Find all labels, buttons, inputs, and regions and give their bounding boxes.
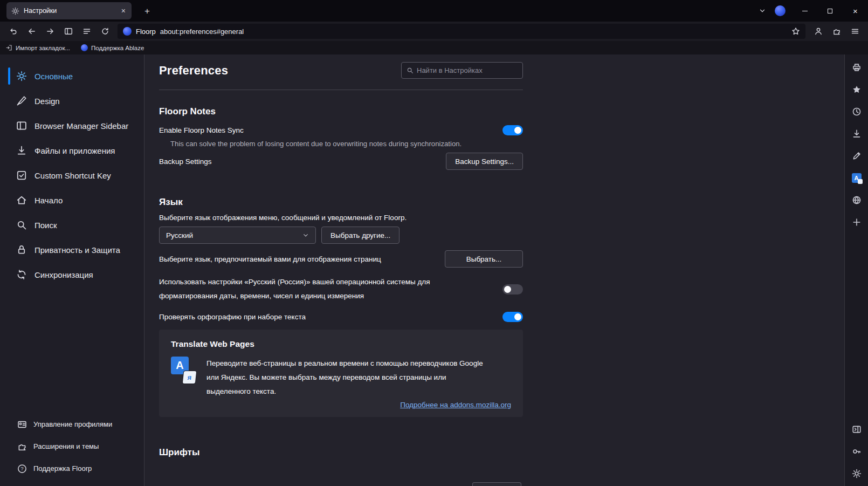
sidebar-item-search[interactable]: Поиск — [0, 213, 144, 237]
puzzle-icon — [832, 27, 841, 36]
sidebar-item-floorp-support[interactable]: ? Поддержка Floorp — [0, 457, 144, 480]
back-button[interactable] — [23, 24, 40, 39]
sidebar-settings-button[interactable] — [847, 464, 866, 483]
bookmark-label: Импорт закладок... — [16, 45, 70, 51]
add-panel-button[interactable] — [847, 213, 866, 232]
gear-icon — [852, 469, 862, 478]
panel-translate-button[interactable]: A — [847, 168, 866, 188]
sidebar-icon — [64, 27, 73, 36]
sidebar-item-design[interactable]: Design — [0, 88, 144, 113]
bookmark-import[interactable]: Импорт закладок... — [5, 44, 70, 51]
notes-sync-toggle[interactable] — [502, 125, 523, 135]
floorp-account-icon[interactable] — [775, 5, 786, 16]
sidebar-item-sync[interactable]: Синхронизация — [0, 262, 144, 287]
sidebar-item-privacy-security[interactable]: Приватность и Защита — [0, 237, 144, 262]
minimize-icon — [802, 11, 808, 11]
reload-button[interactable] — [96, 24, 114, 39]
panel-print-button[interactable] — [847, 58, 866, 77]
globe-icon — [852, 195, 862, 205]
settings-search[interactable] — [401, 62, 523, 79]
language-select[interactable]: Русский — [159, 227, 316, 244]
plus-icon — [852, 217, 862, 227]
search-icon — [407, 67, 414, 74]
url-bar[interactable]: Floorp about:preferences#general — [118, 24, 805, 39]
hide-sidebar-button[interactable] — [847, 420, 866, 439]
translate-web-pages-card: Translate Web Pages A я Переводите веб-с… — [159, 330, 523, 417]
sidebar-footer: Управление профилями Расширения и темы ?… — [0, 413, 144, 480]
bookmarks-bar: Импорт закладок... Поддержка Ablaze — [0, 41, 868, 54]
sidebar-item-label: Начало — [35, 196, 63, 205]
keyboard-shortcut-button[interactable] — [847, 442, 866, 461]
workspaces-button[interactable] — [78, 24, 95, 39]
nav-toolbar: Floorp about:preferences#general — [0, 22, 868, 41]
set-alternatives-button[interactable]: Выбрать другие... — [321, 227, 399, 244]
account-button[interactable] — [809, 24, 827, 39]
undo-icon — [9, 27, 18, 36]
bookmark-star-icon[interactable] — [791, 27, 800, 36]
settings-search-input[interactable] — [417, 66, 518, 74]
translate-addon-link[interactable]: Подробнее на addons.mozilla.org — [400, 401, 511, 409]
url-text[interactable]: about:preferences#general — [160, 28, 244, 36]
sidebar-item-home[interactable]: Начало — [0, 188, 144, 213]
language-select-value: Русский — [166, 231, 193, 239]
sidebar-toggle-button[interactable] — [59, 24, 77, 39]
sidebar-item-custom-shortcut-key[interactable]: Custom Shortcut Key — [0, 163, 144, 188]
gear-icon — [16, 71, 27, 81]
undo-close-tab-button[interactable] — [4, 24, 22, 39]
panel-webpanel-button[interactable] — [847, 190, 866, 210]
bookmark-ablaze-support[interactable]: Поддержка Ablaze — [81, 44, 144, 51]
os-locale-toggle[interactable] — [502, 284, 523, 295]
new-tab-button[interactable]: + — [140, 4, 154, 18]
floorp-logo-icon — [81, 44, 88, 51]
sidebar-item-general[interactable]: Основные — [0, 64, 144, 88]
app-menu-button[interactable] — [846, 24, 864, 39]
tab-title: Настройки — [24, 7, 116, 15]
sidebar-item-label: Файлы и приложения — [35, 146, 115, 155]
sidebar-item-files-applications[interactable]: Файлы и приложения — [0, 138, 144, 163]
backup-settings-label: Backup Settings — [159, 158, 212, 166]
sidebar-item-extensions-themes[interactable]: Расширения и темы — [0, 435, 144, 457]
hide-sidebar-icon — [852, 425, 862, 434]
extensions-button[interactable] — [828, 24, 845, 39]
maximize-button[interactable] — [817, 0, 843, 22]
notes-sync-description: This can solve the problem of losing con… — [170, 140, 523, 148]
sidebar-item-label: Управление профилями — [33, 420, 112, 428]
sidebar-item-label: Browser Manager Sidebar — [35, 121, 128, 131]
account-icon — [814, 27, 823, 36]
panel-notes-button[interactable] — [847, 146, 866, 166]
choose-webpage-language-button[interactable]: Выбрать... — [445, 250, 523, 268]
section-heading-fonts: Шрифты — [159, 447, 523, 458]
sidebar-item-profiles[interactable]: Управление профилями — [0, 413, 144, 435]
forward-button[interactable] — [41, 24, 59, 39]
browser-tab-settings[interactable]: Настройки × — [6, 2, 132, 19]
home-icon — [16, 195, 27, 206]
page-title: Preferences — [159, 64, 228, 78]
backup-settings-row: Backup Settings Backup Settings... — [159, 153, 523, 170]
translate-icon: A я — [171, 357, 196, 384]
webpage-language-row: Выберите язык, предпочитаемый вами для о… — [159, 250, 523, 268]
tab-close-icon[interactable]: × — [120, 6, 127, 15]
webpage-language-label: Выберите язык, предпочитаемый вами для о… — [159, 255, 381, 263]
spellcheck-row: Проверять орфографию при наборе текста — [159, 312, 523, 322]
app-body: Основные Design Browser Manager Sidebar … — [0, 54, 868, 486]
minimize-button[interactable] — [792, 0, 817, 22]
shortcut-key-icon — [16, 170, 27, 181]
identity-label: Floorp — [136, 28, 156, 36]
list-all-tabs-button[interactable] — [753, 0, 771, 22]
translate-icon: A — [852, 173, 862, 183]
panel-downloads-button[interactable] — [847, 124, 866, 143]
backup-settings-button[interactable]: Backup Settings... — [446, 153, 523, 170]
partial-button[interactable] — [472, 482, 521, 486]
close-button[interactable]: × — [843, 0, 868, 22]
page-header: Preferences — [159, 54, 523, 90]
preferences-main: Preferences Floorp Notes Enable Floorp N… — [144, 54, 844, 486]
panel-bookmarks-button[interactable] — [847, 80, 866, 99]
key-icon — [852, 447, 862, 456]
language-select-row: Русский Выбрать другие... — [159, 227, 523, 244]
sidebar-item-label: Поиск — [35, 221, 57, 230]
search-icon — [16, 220, 27, 230]
spellcheck-label: Проверять орфографию при наборе текста — [159, 313, 306, 321]
spellcheck-toggle[interactable] — [502, 312, 523, 322]
sidebar-item-browser-manager-sidebar[interactable]: Browser Manager Sidebar — [0, 113, 144, 138]
panel-history-button[interactable] — [847, 102, 866, 121]
